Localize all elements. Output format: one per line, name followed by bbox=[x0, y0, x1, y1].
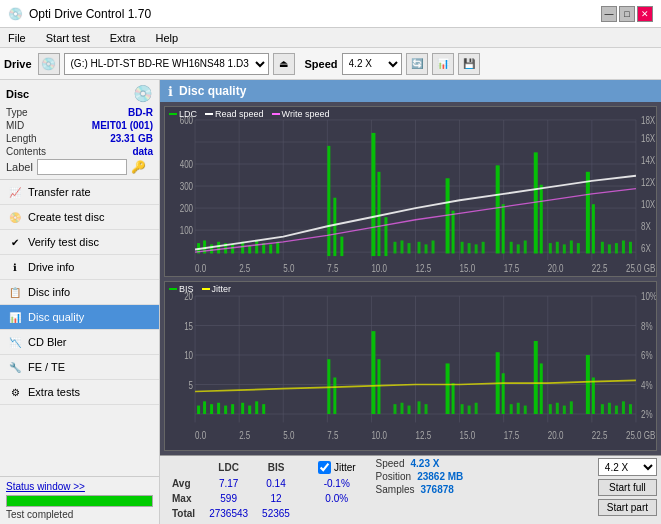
write-speed-legend-dot bbox=[272, 113, 280, 115]
disc-mid-value: MEIT01 (001) bbox=[92, 120, 153, 131]
disc-header: Disc 💿 bbox=[6, 84, 153, 103]
jitter-checkbox[interactable] bbox=[318, 461, 331, 474]
stats-bar: LDC BIS Jitter Avg 7.17 0.14 -0.1 bbox=[160, 455, 661, 524]
svg-text:25.0 GB: 25.0 GB bbox=[626, 263, 655, 274]
sidebar-item-disc-info[interactable]: 📋 Disc info bbox=[0, 280, 159, 305]
sidebar-item-verify-test-disc[interactable]: ✔ Verify test disc bbox=[0, 230, 159, 255]
disc-label-input[interactable] bbox=[37, 159, 127, 175]
svg-rect-88 bbox=[615, 243, 618, 253]
max-ldc: 599 bbox=[203, 492, 254, 505]
svg-rect-49 bbox=[248, 246, 251, 254]
toolbar-btn-3[interactable]: 💾 bbox=[458, 53, 480, 75]
minimize-button[interactable]: — bbox=[601, 6, 617, 22]
disc-length-label: Length bbox=[6, 133, 37, 144]
fe-te-icon: 🔧 bbox=[8, 360, 22, 374]
disc-contents-label: Contents bbox=[6, 146, 46, 157]
content-header: ℹ Disc quality bbox=[160, 80, 661, 102]
svg-rect-80 bbox=[556, 242, 559, 254]
sidebar-item-label-disc-info: Disc info bbox=[28, 286, 70, 298]
svg-rect-59 bbox=[384, 217, 387, 256]
sidebar: Disc 💿 Type BD-R MID MEIT01 (001) Length… bbox=[0, 80, 160, 524]
speed-dropdown[interactable]: 4.2 X bbox=[598, 458, 657, 476]
max-bis: 12 bbox=[256, 492, 296, 505]
svg-text:0.0: 0.0 bbox=[195, 263, 206, 274]
status-window-button[interactable]: Status window >> bbox=[6, 481, 153, 492]
svg-rect-63 bbox=[418, 242, 421, 254]
svg-rect-157 bbox=[534, 340, 538, 413]
svg-text:5.0: 5.0 bbox=[283, 428, 295, 441]
label-edit-icon[interactable]: 🔑 bbox=[131, 160, 146, 174]
svg-rect-58 bbox=[377, 172, 380, 256]
speed-select[interactable]: 4.2 X bbox=[342, 53, 402, 75]
start-part-button[interactable]: Start part bbox=[598, 499, 657, 516]
speed-info-panel: Speed 4.23 X Position 23862 MB Samples 3… bbox=[376, 458, 464, 495]
sidebar-item-label-verify-test-disc: Verify test disc bbox=[28, 236, 99, 248]
svg-text:6%: 6% bbox=[641, 348, 653, 361]
svg-rect-159 bbox=[549, 404, 552, 414]
svg-text:15.0: 15.0 bbox=[460, 263, 476, 274]
sidebar-item-transfer-rate[interactable]: 📈 Transfer rate bbox=[0, 180, 159, 205]
svg-text:8X: 8X bbox=[641, 221, 651, 232]
svg-rect-135 bbox=[248, 405, 251, 413]
jitter-label: Jitter bbox=[334, 462, 356, 473]
svg-rect-142 bbox=[393, 404, 396, 414]
svg-rect-162 bbox=[570, 401, 573, 414]
disc-mid-row: MID MEIT01 (001) bbox=[6, 120, 153, 131]
sidebar-item-extra-tests[interactable]: ⚙ Extra tests bbox=[0, 380, 159, 405]
speed-label: Speed bbox=[376, 458, 405, 469]
sidebar-item-create-test-disc[interactable]: 📀 Create test disc bbox=[0, 205, 159, 230]
progress-bar-container bbox=[6, 495, 153, 507]
disc-contents-value: data bbox=[132, 146, 153, 157]
toolbar-btn-1[interactable]: 🔄 bbox=[406, 53, 428, 75]
close-button[interactable]: ✕ bbox=[637, 6, 653, 22]
svg-rect-81 bbox=[563, 244, 566, 253]
bis-legend-label: BIS bbox=[179, 284, 194, 294]
cd-bler-icon: 📉 bbox=[8, 335, 22, 349]
maximize-button[interactable]: □ bbox=[619, 6, 635, 22]
svg-text:20.0: 20.0 bbox=[548, 263, 564, 274]
svg-rect-146 bbox=[425, 404, 428, 414]
action-buttons: 4.2 X Start full Start part bbox=[598, 458, 657, 516]
svg-rect-165 bbox=[601, 404, 604, 414]
disc-label-row: Label 🔑 bbox=[6, 159, 153, 175]
sidebar-item-drive-info[interactable]: ℹ Drive info bbox=[0, 255, 159, 280]
svg-rect-52 bbox=[269, 244, 272, 253]
disc-info-icon: 📋 bbox=[8, 285, 22, 299]
sidebar-item-cd-bler[interactable]: 📉 CD Bler bbox=[0, 330, 159, 355]
sidebar-item-disc-quality[interactable]: 📊 Disc quality bbox=[0, 305, 159, 330]
svg-rect-57 bbox=[371, 133, 375, 256]
total-ldc: 2736543 bbox=[203, 507, 254, 520]
disc-type-label: Type bbox=[6, 107, 28, 118]
svg-rect-133 bbox=[231, 404, 234, 414]
toolbar-btn-2[interactable]: 📊 bbox=[432, 53, 454, 75]
drive-select[interactable]: (G:) HL-DT-ST BD-RE WH16NS48 1.D3 bbox=[64, 53, 269, 75]
titlebar-left: 💿 Opti Drive Control 1.70 bbox=[8, 7, 151, 21]
svg-rect-50 bbox=[255, 241, 258, 254]
svg-rect-83 bbox=[577, 243, 580, 253]
disc-section-title: Disc bbox=[6, 88, 29, 100]
position-value: 23862 MB bbox=[417, 471, 463, 482]
jitter-legend-item: Jitter bbox=[202, 284, 232, 294]
menu-file[interactable]: File bbox=[4, 32, 30, 44]
svg-text:12.5: 12.5 bbox=[416, 263, 432, 274]
svg-rect-131 bbox=[217, 402, 220, 413]
svg-rect-149 bbox=[461, 404, 464, 414]
sidebar-item-fe-te[interactable]: 🔧 FE / TE bbox=[0, 355, 159, 380]
svg-text:10: 10 bbox=[184, 348, 193, 361]
titlebar-controls[interactable]: — □ ✕ bbox=[601, 6, 653, 22]
eject-button[interactable]: ⏏ bbox=[273, 53, 295, 75]
statusbar: Status window >> Test completed bbox=[0, 476, 159, 524]
start-full-button[interactable]: Start full bbox=[598, 479, 657, 496]
drive-icon: 💿 bbox=[38, 53, 60, 75]
disc-panel: Disc 💿 Type BD-R MID MEIT01 (001) Length… bbox=[0, 80, 159, 180]
content-area: ℹ Disc quality LDC Read speed bbox=[160, 80, 661, 524]
svg-text:12.5: 12.5 bbox=[416, 428, 432, 441]
svg-rect-68 bbox=[461, 242, 464, 254]
menu-help[interactable]: Help bbox=[151, 32, 182, 44]
svg-text:17.5: 17.5 bbox=[504, 428, 520, 441]
menu-start-test[interactable]: Start test bbox=[42, 32, 94, 44]
samples-value: 376878 bbox=[420, 484, 453, 495]
jitter-checkbox-wrap[interactable]: Jitter bbox=[318, 461, 356, 474]
menu-extra[interactable]: Extra bbox=[106, 32, 140, 44]
svg-rect-76 bbox=[524, 241, 527, 254]
